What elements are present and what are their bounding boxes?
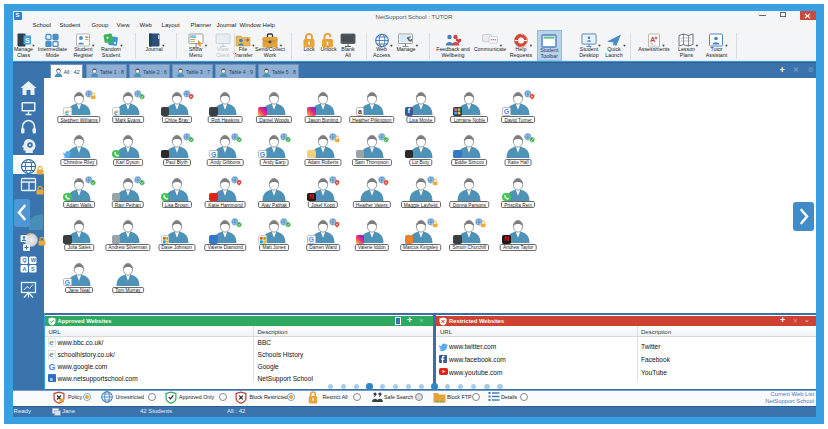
svg-text:Q: Q: [22, 257, 27, 263]
svg-text:S: S: [31, 266, 35, 272]
svg-text:A: A: [650, 35, 656, 44]
svg-text:W: W: [31, 257, 37, 263]
svg-text:S: S: [25, 37, 30, 44]
svg-text:G: G: [48, 362, 55, 371]
svg-text:A: A: [23, 266, 27, 272]
